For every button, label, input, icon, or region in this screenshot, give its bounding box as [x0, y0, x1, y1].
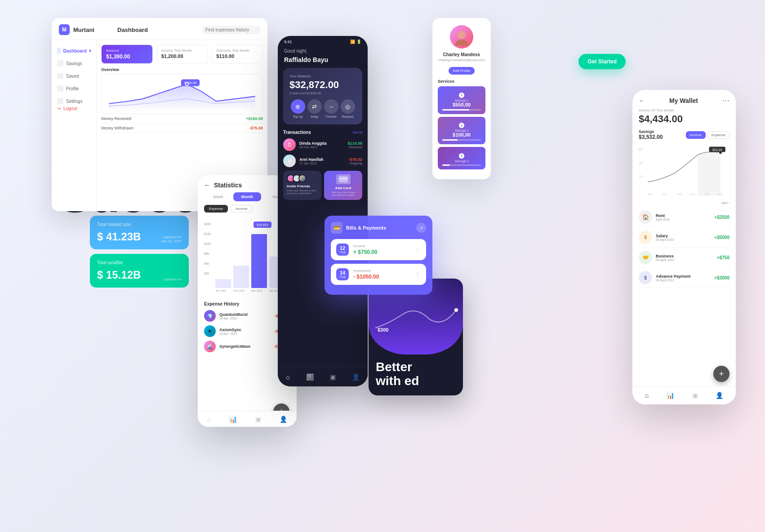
- income-label: Income This Month: [161, 49, 203, 53]
- better-card: $300 Betterwith ed: [369, 279, 463, 395]
- request-btn[interactable]: ◎ Request: [341, 99, 355, 118]
- wallet-fab[interactable]: +: [713, 366, 729, 382]
- outcome-value: $110.00: [216, 53, 258, 59]
- toggle-income[interactable]: Income: [231, 205, 252, 213]
- tx-section-header: Transactions See all: [283, 130, 362, 135]
- bill-menu-icon-1[interactable]: ⋮: [414, 246, 421, 253]
- see-all-link[interactable]: See all: [353, 131, 362, 134]
- profile-icon: [57, 85, 63, 92]
- bill-info-investment: Investment - $1050.00: [353, 269, 410, 280]
- swap-label: Swap: [311, 115, 319, 118]
- income-card: Income This Month $1,200.00: [156, 44, 208, 64]
- bills-close-button[interactable]: ↗: [416, 223, 426, 233]
- get-started-button[interactable]: Get Started: [578, 54, 626, 69]
- signal-icons: 📶 🔋: [350, 40, 361, 44]
- sidebar-label-savings: Savings: [66, 61, 82, 66]
- toggle-expense[interactable]: Expense: [204, 205, 228, 213]
- bill-amount-investment: - $1050.00: [353, 274, 410, 280]
- quantum-name: QuantumBurst: [219, 312, 271, 317]
- tx-item-dinda: D Dinda Anggita 26 Feb 2023 $114.08 Rece…: [283, 138, 362, 151]
- period-tab-month[interactable]: Month: [233, 192, 262, 201]
- swap-btn[interactable]: ⇄ Swap: [307, 99, 322, 118]
- advance-name: Advance Payment: [656, 274, 711, 279]
- quantum-info: QuantumBurst 16 Apr. 2022: [219, 312, 271, 320]
- stats-row: Balance $1,390.00 Income This Month $1,2…: [101, 44, 263, 64]
- saving-item-3: 3 Savings 3: [438, 147, 485, 169]
- wallet-bottom-nav: ⌂ 📊 ▣ 👤: [632, 386, 736, 404]
- svg-text:$10k: $10k: [204, 242, 211, 245]
- stats-card-icon[interactable]: ▣: [255, 416, 261, 423]
- stats-home-icon[interactable]: ⌂: [207, 416, 211, 423]
- logout-button[interactable]: ↪ Logout: [52, 103, 96, 114]
- wallet-home-icon[interactable]: ⌂: [643, 390, 650, 401]
- topup-icon: ⊕: [291, 99, 305, 114]
- home-nav-icon[interactable]: ⌂: [286, 373, 289, 381]
- sidebar: Dashboard Savings Saved Profile S: [52, 40, 97, 211]
- svg-text:May: May: [677, 193, 683, 195]
- wallet-savings: Savings $3,532.00 Income Expense: [632, 129, 736, 140]
- wallet-tx-business: 🤝 Business 06 April 2022 +$750: [639, 248, 729, 268]
- edit-profile-button[interactable]: Edit Profile: [449, 67, 475, 75]
- back-button[interactable]: ←: [204, 182, 210, 189]
- bills-header: 💳 Bills & Payments ↗: [331, 222, 426, 234]
- transfer-btn[interactable]: → Transfer: [324, 99, 338, 118]
- saving-label-1: Savings 1: [442, 99, 481, 102]
- rent-icon: 🏠: [639, 210, 652, 224]
- wallet-back-icon[interactable]: ←: [639, 97, 645, 104]
- axiom-icon: 👁: [204, 325, 216, 337]
- savings-icon: [57, 60, 63, 66]
- phone-wallet: ← My Wallet ⋯ Income Of This Month $4,43…: [632, 90, 736, 404]
- svg-point-3: [458, 31, 466, 39]
- income-value: $1,200.00: [161, 53, 203, 59]
- sidebar-item-savings[interactable]: Savings: [52, 57, 96, 70]
- tx-received-label: Money Received: [101, 116, 131, 121]
- user-nav-icon[interactable]: 👤: [352, 373, 360, 381]
- sidebar-label-dashboard: Dashboard: [63, 49, 87, 53]
- svg-point-2: [186, 83, 189, 86]
- bill-amount-income: + $750.00: [353, 249, 410, 255]
- saving-num-2: 2: [459, 123, 464, 128]
- action-buttons: ⊕ Top Up ⇄ Swap → Transfer ◎ Request: [289, 99, 356, 118]
- search-input[interactable]: [202, 26, 260, 34]
- stats-chart-icon[interactable]: 📊: [229, 416, 237, 423]
- wallet-chart-icon[interactable]: 📊: [665, 390, 676, 401]
- tx-info-2: Arni Hanifah 17 Jan 2023: [299, 157, 345, 165]
- invite-avatars: [287, 174, 318, 182]
- card-nav-icon[interactable]: ▣: [330, 373, 336, 381]
- add-card-title: Add Card: [335, 186, 351, 190]
- sidebar-item-dashboard[interactable]: Dashboard: [52, 44, 96, 57]
- wallet-menu-icon[interactable]: ⋯: [722, 96, 729, 105]
- market-available-value: $ 15.12B: [97, 269, 141, 281]
- transactions-section: Transactions See all D Dinda Anggita 26 …: [278, 130, 368, 167]
- invite-row: Invite Friends Invite your friends to jo…: [278, 171, 368, 200]
- profile-name: Charley Mandess: [438, 52, 485, 57]
- salary-icon: $: [639, 231, 652, 244]
- period-tab-week[interactable]: Week: [204, 192, 232, 201]
- synergetic-name: SynergeticWave: [219, 344, 270, 349]
- svg-text:$16,654: $16,654: [257, 223, 268, 226]
- stats-user-icon[interactable]: 👤: [280, 416, 287, 423]
- wallet-income-amount: $4,434.00: [632, 112, 736, 129]
- user-name: Raffialdo Bayu: [278, 56, 368, 63]
- saving-num-3: 3: [459, 153, 464, 159]
- sidebar-item-saved[interactable]: Saved: [52, 70, 96, 82]
- market-cards: Total market size $ 41.23B Updated onJan…: [90, 216, 189, 292]
- bill-menu-icon-2[interactable]: ⋮: [414, 271, 421, 278]
- wallet-tx-rent: 🏠 Rent April 2022 +$2500: [639, 207, 729, 227]
- market-total-updated: Updated onJan 23, 2023: [161, 235, 182, 243]
- sidebar-item-profile[interactable]: Profile: [52, 82, 96, 95]
- wallet-card-icon[interactable]: ▣: [690, 390, 700, 401]
- bill-tx-income: 12 FEB Income + $750.00 ⋮: [331, 239, 426, 260]
- expense-tab[interactable]: Expense: [707, 131, 729, 139]
- topup-btn[interactable]: ⊕ Top Up: [291, 99, 305, 118]
- svg-text:$4k: $4k: [204, 262, 209, 265]
- stats-nav-icon[interactable]: 📊: [306, 373, 314, 381]
- inc-exp-tabs: Income Expense: [686, 131, 729, 139]
- income-tab[interactable]: Income: [686, 131, 706, 139]
- transfer-icon: →: [324, 99, 338, 114]
- main-scene: Success M Murtani Dashboard Dashboard Sa…: [0, 0, 765, 532]
- wallet-user-icon[interactable]: 👤: [714, 390, 725, 401]
- balance-card-dark: Your Balance $32,872.00 Credit Limit $10…: [283, 68, 362, 124]
- add-card-desc: Add your card make transactions easier: [328, 191, 359, 196]
- business-name: Business: [656, 254, 713, 258]
